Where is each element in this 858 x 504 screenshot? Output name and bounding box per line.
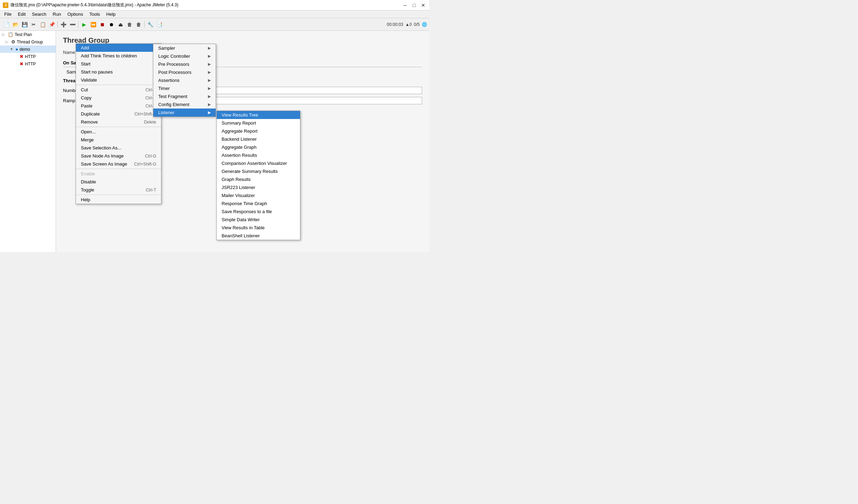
listener-graph-results[interactable]: Graph Results [217,175,300,183]
tree-arrow-testplan: ▷ [2,33,6,36]
submenu-add-assertions-arrow: ▶ [208,78,211,83]
listener-graph-results-label: Graph Results [222,177,251,182]
submenu-add-timer[interactable]: Timer ▶ [153,84,216,92]
context-menu-save-screen[interactable]: Save Screen As Image Ctrl+Shift-G [76,160,161,168]
context-menu-disable[interactable]: Disable [76,178,161,186]
toolbar-new[interactable]: 📄 [2,20,11,29]
context-menu-add-think-times[interactable]: Add Think Times to children [76,52,161,60]
listener-response-time-graph[interactable]: Response Time Graph [217,200,300,208]
menu-file[interactable]: File [1,11,14,18]
maximize-button[interactable]: □ [411,2,417,8]
tree-icon-testplan: 📋 [8,32,13,37]
toolbar-function[interactable]: 🔧 [146,20,154,29]
counter-value: 0/5 [414,22,420,27]
app-icon: J [3,2,8,8]
toolbar-open[interactable]: 📂 [11,20,20,29]
toolbar-save[interactable]: 💾 [20,20,29,29]
right-panel: Thread Group Name: On Sample Error: Samp… [56,31,429,252]
menu-tools[interactable]: Tools [86,11,103,18]
context-menu-sep-1 [76,85,161,85]
toolbar-start-nopause[interactable]: ⏩ [89,20,97,29]
menu-search[interactable]: Search [29,11,49,18]
listener-comparison-assertion-label: Comparison Assertion Visualizer [222,161,287,166]
toolbar-cut[interactable]: ✂ [29,20,38,29]
tree-item-testplan[interactable]: ▷ 📋 Test Plan [0,31,56,38]
listener-save-responses-label: Save Responses to a file [222,209,272,214]
tree-label-threadgroup: Thread Group [17,40,43,44]
context-menu-start[interactable]: Start [76,60,161,68]
context-menu-enable[interactable]: Enable [76,170,161,178]
menu-help[interactable]: Help [104,11,119,18]
context-menu-paste-label: Paste [81,103,92,108]
listener-view-results-table[interactable]: View Results in Table [217,224,300,232]
listener-assertion-results[interactable]: Assertion Results [217,151,300,159]
context-menu-start-no-pauses-label: Start no pauses [81,69,113,75]
tree-item-http2[interactable]: ✖ HTTP [0,60,56,68]
submenu-add-listener[interactable]: Listener ▶ [153,108,216,117]
toolbar-add[interactable]: ➕ [59,20,68,29]
toolbar-clear[interactable]: 🗑 [125,20,134,29]
timer-value: 00:00:03 [387,22,403,27]
context-menu-toggle[interactable]: Toggle Ctrl-T [76,186,161,194]
context-menu-remove[interactable]: Remove Delete [76,118,161,126]
context-menu-validate[interactable]: Validate [76,76,161,84]
context-menu-paste[interactable]: Paste Ctrl-V [76,102,161,110]
listener-beanshell[interactable]: BeanShell Listener [217,232,300,240]
toolbar-start[interactable]: ▶ [80,20,88,29]
context-menu-copy[interactable]: Copy Ctrl-C [76,94,161,102]
context-menu-open[interactable]: Open... [76,128,161,136]
submenu-add-test-fragment-arrow: ▶ [208,94,211,99]
toolbar-paste[interactable]: 📌 [48,20,56,29]
listener-jsr223[interactable]: JSR223 Listener [217,183,300,191]
submenu-add-test-fragment[interactable]: Test Fragment ▶ [153,92,216,100]
context-menu-merge[interactable]: Merge [76,136,161,144]
listener-view-results-tree[interactable]: View Results Tree [217,111,300,119]
listener-aggregate-graph-label: Aggregate Graph [222,145,257,150]
listener-save-responses[interactable]: Save Responses to a file [217,208,300,216]
submenu-add-assertions[interactable]: Assertions ▶ [153,76,216,84]
toolbar-sep-3 [144,21,145,28]
toolbar-remove[interactable]: ➖ [68,20,77,29]
menu-run[interactable]: Run [50,11,64,18]
context-menu-save-selection[interactable]: Save Selection As... [76,144,161,152]
listener-aggregate-report[interactable]: Aggregate Report [217,127,300,135]
context-menu-add[interactable]: Add ▶ [76,44,161,52]
submenu-add-config-label: Config Element [158,102,189,107]
menu-edit[interactable]: Edit [15,11,28,18]
close-button[interactable]: ✕ [420,2,426,8]
submenu-add-logic-label: Logic Controller [158,54,190,59]
submenu-add-logic-controller[interactable]: Logic Controller ▶ [153,52,216,60]
listener-mailer[interactable]: Mailer Visualizer [217,191,300,200]
context-menu-start-no-pauses[interactable]: Start no pauses [76,68,161,76]
listener-simple-data-writer[interactable]: Simple Data Writer [217,216,300,224]
listener-generate-summary[interactable]: Generate Summary Results [217,167,300,175]
submenu-add-pre-processors[interactable]: Pre Processors ▶ [153,60,216,68]
listener-comparison-assertion[interactable]: Comparison Assertion Visualizer [217,159,300,167]
tree-icon-http1: ✖ [20,54,23,59]
toolbar-templates[interactable]: 📑 [155,20,163,29]
context-menu-help-label: Help [81,197,90,202]
tree-item-threadgroup[interactable]: ▷ ⚙ Thread Group [0,38,56,46]
listener-backend-listener[interactable]: Backend Listener [217,135,300,143]
listener-summary-report[interactable]: Summary Report [217,119,300,127]
listener-aggregate-graph[interactable]: Aggregate Graph [217,143,300,151]
tree-item-demo[interactable]: ▼ ● demo [0,46,56,53]
context-menu-duplicate[interactable]: Duplicate Ctrl+Shift-C [76,110,161,118]
submenu-add-assertions-label: Assertions [158,78,180,83]
toolbar-shutdown[interactable]: ⏏ [116,20,125,29]
toolbar-clear-all[interactable]: 🗑 [134,20,143,29]
toolbar-stop-now[interactable]: ⏺ [107,20,116,29]
context-menu-save-node[interactable]: Save Node As Image Ctrl-G [76,152,161,160]
submenu-add-test-fragment-label: Test Fragment [158,94,187,99]
minimize-button[interactable]: ─ [402,2,408,8]
toolbar-copy[interactable]: 📋 [39,20,47,29]
submenu-add-post-processors[interactable]: Post Processors ▶ [153,68,216,76]
menu-options[interactable]: Options [64,11,86,18]
context-menu-cut[interactable]: Cut Ctrl-X [76,86,161,94]
tree-item-http1[interactable]: ✖ HTTP [0,53,56,60]
context-menu-save-node-label: Save Node As Image [81,153,124,159]
toolbar-stop[interactable]: ⏹ [98,20,106,29]
submenu-add-sampler[interactable]: Sampler ▶ [153,44,216,52]
context-menu-help[interactable]: Help [76,196,161,204]
submenu-add-config-element[interactable]: Config Element ▶ [153,100,216,108]
